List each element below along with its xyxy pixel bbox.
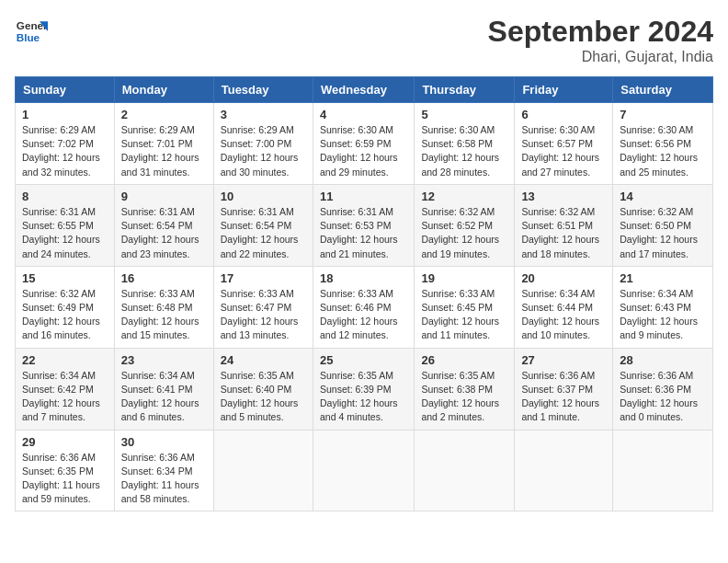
calendar-cell: 3Sunrise: 6:29 AMSunset: 7:00 PMDaylight… [213,103,313,185]
cell-content: Sunrise: 6:31 AMSunset: 6:54 PMDaylight:… [221,205,306,261]
cell-content: Sunrise: 6:30 AMSunset: 6:59 PMDaylight:… [320,123,407,179]
cell-content: Sunrise: 6:34 AMSunset: 6:43 PMDaylight:… [620,287,706,343]
cell-content: Sunrise: 6:30 AMSunset: 6:56 PMDaylight:… [620,123,706,179]
day-number: 11 [320,190,407,203]
title-block: September 2024 Dhari, Gujarat, India [488,15,713,65]
day-number: 10 [221,190,306,203]
calendar-cell: 24Sunrise: 6:35 AMSunset: 6:40 PMDayligh… [213,348,313,430]
cell-content: Sunrise: 6:32 AMSunset: 6:50 PMDaylight:… [620,205,706,261]
calendar-cell: 28Sunrise: 6:36 AMSunset: 6:36 PMDayligh… [613,348,713,430]
day-header-wednesday: Wednesday [313,77,414,103]
day-number: 3 [221,108,306,121]
calendar-cell: 2Sunrise: 6:29 AMSunset: 7:01 PMDaylight… [114,103,213,185]
day-number: 19 [421,271,507,285]
cell-content: Sunrise: 6:34 AMSunset: 6:44 PMDaylight:… [521,287,606,343]
cell-content: Sunrise: 6:35 AMSunset: 6:40 PMDaylight:… [221,369,306,425]
calendar-cell: 23Sunrise: 6:34 AMSunset: 6:41 PMDayligh… [114,348,213,430]
cell-content: Sunrise: 6:34 AMSunset: 6:42 PMDaylight:… [22,369,108,425]
day-number: 2 [121,108,207,121]
cell-content: Sunrise: 6:33 AMSunset: 6:46 PMDaylight:… [320,287,407,343]
day-number: 9 [121,190,207,203]
cell-content: Sunrise: 6:33 AMSunset: 6:45 PMDaylight:… [421,287,507,343]
day-number: 1 [22,108,108,121]
cell-content: Sunrise: 6:32 AMSunset: 6:49 PMDaylight:… [22,287,108,343]
calendar-week-row: 29Sunrise: 6:36 AMSunset: 6:35 PMDayligh… [16,430,713,511]
cell-content: Sunrise: 6:32 AMSunset: 6:51 PMDaylight:… [521,205,606,261]
day-number: 7 [620,108,706,121]
calendar-cell [415,430,515,511]
cell-content: Sunrise: 6:36 AMSunset: 6:37 PMDaylight:… [521,369,606,425]
calendar-cell: 14Sunrise: 6:32 AMSunset: 6:50 PMDayligh… [613,184,713,266]
cell-content: Sunrise: 6:35 AMSunset: 6:39 PMDaylight:… [320,369,407,425]
calendar-cell: 10Sunrise: 6:31 AMSunset: 6:54 PMDayligh… [213,184,313,266]
calendar-cell: 9Sunrise: 6:31 AMSunset: 6:54 PMDaylight… [114,184,213,266]
day-number: 15 [22,271,108,285]
day-number: 12 [421,190,507,203]
day-number: 20 [521,271,606,285]
cell-content: Sunrise: 6:29 AMSunset: 7:00 PMDaylight:… [221,123,306,179]
calendar-cell: 12Sunrise: 6:32 AMSunset: 6:52 PMDayligh… [415,184,515,266]
calendar-cell [213,430,313,511]
calendar-cell: 18Sunrise: 6:33 AMSunset: 6:46 PMDayligh… [313,266,414,348]
calendar-cell: 30Sunrise: 6:36 AMSunset: 6:34 PMDayligh… [114,430,213,511]
day-number: 28 [620,353,706,367]
day-number: 24 [221,353,306,367]
cell-content: Sunrise: 6:29 AMSunset: 7:02 PMDaylight:… [22,123,108,179]
calendar-cell: 26Sunrise: 6:35 AMSunset: 6:38 PMDayligh… [415,348,515,430]
day-number: 8 [22,190,108,203]
day-number: 18 [320,271,407,285]
day-header-thursday: Thursday [415,77,515,103]
cell-content: Sunrise: 6:34 AMSunset: 6:41 PMDaylight:… [121,369,207,425]
calendar-cell [613,430,713,511]
calendar-week-row: 22Sunrise: 6:34 AMSunset: 6:42 PMDayligh… [16,348,713,430]
calendar-cell: 17Sunrise: 6:33 AMSunset: 6:47 PMDayligh… [213,266,313,348]
location: Dhari, Gujarat, India [488,49,713,65]
calendar-cell [313,430,414,511]
calendar-week-row: 15Sunrise: 6:32 AMSunset: 6:49 PMDayligh… [16,266,713,348]
calendar-cell: 1Sunrise: 6:29 AMSunset: 7:02 PMDaylight… [16,103,115,185]
calendar-week-row: 1Sunrise: 6:29 AMSunset: 7:02 PMDaylight… [16,103,713,185]
cell-content: Sunrise: 6:30 AMSunset: 6:58 PMDaylight:… [421,123,507,179]
calendar-cell: 22Sunrise: 6:34 AMSunset: 6:42 PMDayligh… [16,348,115,430]
day-header-saturday: Saturday [613,77,713,103]
day-number: 13 [521,190,606,203]
day-number: 16 [121,271,207,285]
cell-content: Sunrise: 6:31 AMSunset: 6:54 PMDaylight:… [121,205,207,261]
day-number: 30 [121,435,207,449]
calendar-cell: 13Sunrise: 6:32 AMSunset: 6:51 PMDayligh… [515,184,613,266]
cell-content: Sunrise: 6:29 AMSunset: 7:01 PMDaylight:… [121,123,207,179]
cell-content: Sunrise: 6:33 AMSunset: 6:48 PMDaylight:… [121,287,207,343]
calendar-cell: 8Sunrise: 6:31 AMSunset: 6:55 PMDaylight… [16,184,115,266]
calendar-cell: 6Sunrise: 6:30 AMSunset: 6:57 PMDaylight… [515,103,613,185]
day-number: 22 [22,353,108,367]
cell-content: Sunrise: 6:36 AMSunset: 6:35 PMDaylight:… [22,451,108,507]
calendar-cell: 29Sunrise: 6:36 AMSunset: 6:35 PMDayligh… [16,430,115,511]
day-number: 14 [620,190,706,203]
calendar-cell: 19Sunrise: 6:33 AMSunset: 6:45 PMDayligh… [415,266,515,348]
day-number: 4 [320,108,407,121]
calendar-cell: 11Sunrise: 6:31 AMSunset: 6:53 PMDayligh… [313,184,414,266]
calendar-cell: 4Sunrise: 6:30 AMSunset: 6:59 PMDaylight… [313,103,414,185]
day-number: 5 [421,108,507,121]
month-title: September 2024 [488,15,713,49]
calendar-cell: 16Sunrise: 6:33 AMSunset: 6:48 PMDayligh… [114,266,213,348]
calendar-week-row: 8Sunrise: 6:31 AMSunset: 6:55 PMDaylight… [16,184,713,266]
day-header-monday: Monday [114,77,213,103]
day-number: 21 [620,271,706,285]
cell-content: Sunrise: 6:31 AMSunset: 6:53 PMDaylight:… [320,205,407,261]
calendar-header-row: SundayMondayTuesdayWednesdayThursdayFrid… [16,77,713,103]
day-header-friday: Friday [515,77,613,103]
logo: General Blue [15,15,48,48]
page-header: General Blue September 2024 Dhari, Gujar… [15,15,713,65]
calendar-table: SundayMondayTuesdayWednesdayThursdayFrid… [15,76,713,511]
calendar-cell: 27Sunrise: 6:36 AMSunset: 6:37 PMDayligh… [515,348,613,430]
calendar-cell: 20Sunrise: 6:34 AMSunset: 6:44 PMDayligh… [515,266,613,348]
day-number: 25 [320,353,407,367]
calendar-cell: 5Sunrise: 6:30 AMSunset: 6:58 PMDaylight… [415,103,515,185]
calendar-cell [515,430,613,511]
day-number: 26 [421,353,507,367]
svg-text:Blue: Blue [17,31,40,43]
day-header-tuesday: Tuesday [213,77,313,103]
calendar-cell: 7Sunrise: 6:30 AMSunset: 6:56 PMDaylight… [613,103,713,185]
cell-content: Sunrise: 6:32 AMSunset: 6:52 PMDaylight:… [421,205,507,261]
